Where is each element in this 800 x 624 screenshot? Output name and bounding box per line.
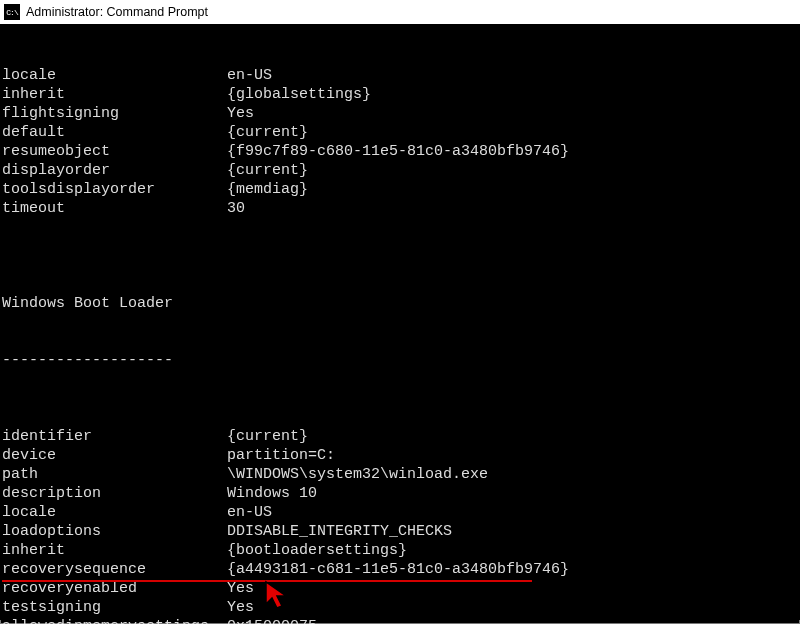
bcd-globals-list: localeen-USinherit{globalsettings}flight… — [2, 66, 798, 218]
global-value: 30 — [227, 199, 245, 218]
loader-key: loadoptions — [2, 522, 227, 541]
loader-key: recoverysequence — [2, 560, 227, 579]
global-value: {current} — [227, 161, 308, 180]
global-key: inherit — [2, 85, 227, 104]
loader-row: identifier{current} — [2, 427, 798, 446]
loader-value: Yes — [227, 598, 254, 617]
global-key: displayorder — [2, 161, 227, 180]
loader-value: Windows 10 — [227, 484, 317, 503]
loader-value: partition=C: — [227, 446, 335, 465]
loader-value: {a4493181-c681-11e5-81c0-a3480bfb9746} — [227, 560, 569, 579]
loader-value: 0x15000075 — [227, 617, 317, 624]
loader-value: en-US — [227, 503, 272, 522]
global-key: default — [2, 123, 227, 142]
titlebar[interactable]: C:\ Administrator: Command Prompt — [0, 0, 800, 24]
global-value: {memdiag} — [227, 180, 308, 199]
loader-key: description — [2, 484, 227, 503]
loader-row: loadoptionsDDISABLE_INTEGRITY_CHECKS — [2, 522, 798, 541]
loader-key: device — [2, 446, 227, 465]
global-row: displayorder{current} — [2, 161, 798, 180]
loader-value: DDISABLE_INTEGRITY_CHECKS — [227, 522, 452, 541]
global-key: locale — [2, 66, 227, 85]
cmd-icon: C:\ — [4, 4, 20, 20]
loader-key: path — [2, 465, 227, 484]
global-row: toolsdisplayorder{memdiag} — [2, 180, 798, 199]
global-key: flightsigning — [2, 104, 227, 123]
global-value: en-US — [227, 66, 272, 85]
global-value: {current} — [227, 123, 308, 142]
loader-row: path\WINDOWS\system32\winload.exe — [2, 465, 798, 484]
loader-row: testsigningYes — [2, 598, 798, 617]
section-divider: ------------------- — [2, 351, 798, 370]
global-value: {globalsettings} — [227, 85, 371, 104]
section-title: Windows Boot Loader — [2, 294, 798, 313]
global-key: resumeobject — [2, 142, 227, 161]
loader-key: identifier — [2, 427, 227, 446]
window-title: Administrator: Command Prompt — [26, 5, 208, 19]
loader-row: allowedinmemorysettings0x15000075 — [2, 617, 798, 624]
global-value: {f99c7f89-c680-11e5-81c0-a3480bfb9746} — [227, 142, 569, 161]
terminal-area[interactable]: localeen-USinherit{globalsettings}flight… — [0, 24, 800, 620]
loader-row: inherit{bootloadersettings} — [2, 541, 798, 560]
global-value: Yes — [227, 104, 254, 123]
global-key: timeout — [2, 199, 227, 218]
global-row: inherit{globalsettings} — [2, 85, 798, 104]
loader-row: localeen-US — [2, 503, 798, 522]
loader-key: allowedinmemorysettings — [2, 617, 227, 624]
global-row: timeout30 — [2, 199, 798, 218]
boot-loader-list: identifier{current}devicepartition=C:pat… — [2, 427, 798, 624]
global-row: localeen-US — [2, 66, 798, 85]
loader-value: {current} — [227, 427, 308, 446]
loader-row: devicepartition=C: — [2, 446, 798, 465]
cmd-window: C:\ Administrator: Command Prompt locale… — [0, 0, 800, 624]
loader-key: locale — [2, 503, 227, 522]
global-row: default{current} — [2, 123, 798, 142]
global-key: toolsdisplayorder — [2, 180, 227, 199]
loader-row: recoverysequence{a4493181-c681-11e5-81c0… — [2, 560, 798, 579]
loader-row: descriptionWindows 10 — [2, 484, 798, 503]
global-row: resumeobject{f99c7f89-c680-11e5-81c0-a34… — [2, 142, 798, 161]
loader-value: \WINDOWS\system32\winload.exe — [227, 465, 488, 484]
loader-key: inherit — [2, 541, 227, 560]
loader-key: testsigning — [2, 598, 227, 617]
loader-value: {bootloadersettings} — [227, 541, 407, 560]
highlight-underline — [2, 580, 532, 582]
global-row: flightsigningYes — [2, 104, 798, 123]
